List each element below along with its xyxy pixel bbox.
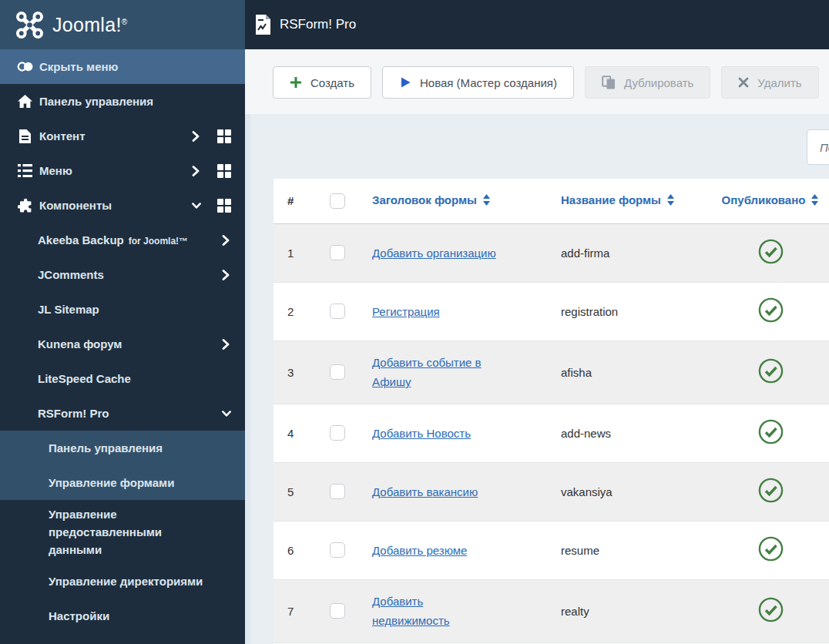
row-checkbox[interactable]: [330, 364, 345, 380]
new-wizard-button-label: Новая (Мастер создания): [420, 76, 557, 89]
select-all-checkbox[interactable]: [330, 193, 345, 209]
sidebar-item-rsform-manage-directories[interactable]: Управление директориями: [0, 564, 245, 599]
select-all-checkbox-cell: [324, 179, 358, 223]
forms-table: # Заголовок формы Название формы Опублик…: [274, 179, 829, 643]
search-input[interactable]: [807, 129, 829, 165]
column-header-title[interactable]: Заголовок формы: [358, 179, 547, 223]
form-title-link[interactable]: Добавить резюме: [372, 544, 467, 557]
table-row: 1 Добавить организацию add-firma: [274, 223, 829, 282]
logo-reg-mark: ®: [122, 17, 128, 25]
sidebar-item-label-suffix: for Joomla!™: [129, 236, 188, 247]
form-title-link[interactable]: Добавить вакансию: [372, 485, 478, 498]
duplicate-button[interactable]: Дублировать: [585, 66, 710, 99]
sidebar-item-rsform-backup[interactable]: Резервное копирование: [0, 633, 245, 644]
column-header-label: Опубликовано: [722, 193, 806, 206]
sort-icon: [811, 194, 819, 208]
published-icon[interactable]: [758, 419, 784, 444]
form-title-link[interactable]: Добавить организацию: [372, 247, 496, 260]
sidebar-item-rsform-manage-forms[interactable]: Управление формами: [0, 465, 245, 500]
published-icon[interactable]: [758, 239, 784, 264]
row-checkbox[interactable]: [330, 245, 345, 260]
copy-icon: [602, 75, 616, 89]
sidebar-item-hide-menu[interactable]: Скрыть меню: [0, 49, 245, 84]
chevron-right-icon: [222, 339, 231, 350]
sidebar-item-label: RSForm! Pro: [38, 407, 109, 420]
sidebar-item-label: Управление предоставленными данными: [49, 505, 214, 558]
grid-icon[interactable]: [217, 129, 231, 143]
grid-icon[interactable]: [217, 164, 231, 178]
sidebar-item-rsform-control-panel[interactable]: Панель управления: [0, 431, 245, 465]
row-checkbox[interactable]: [330, 425, 345, 441]
duplicate-button-label: Дублировать: [624, 76, 693, 89]
sidebar-item-jcomments[interactable]: JComments: [0, 257, 245, 292]
column-header-published[interactable]: Опубликовано: [697, 179, 829, 223]
form-name: add-news: [547, 404, 697, 462]
row-number: 6: [274, 521, 324, 579]
list-icon: [17, 164, 33, 177]
table-row: 7 Добавить недвижимость realty: [274, 579, 829, 642]
table-row: 6 Добавить резюме resume: [274, 521, 829, 579]
file-chart-icon: [255, 15, 271, 35]
toolbar: Создать Новая (Мастер создания) Дублиров…: [245, 49, 829, 114]
table-row: 4 Добавить Новость add-news: [274, 404, 829, 462]
create-button-label: Создать: [310, 76, 354, 89]
sidebar-item-rsform-settings[interactable]: Настройки: [0, 599, 245, 633]
delete-button[interactable]: Удалить: [721, 66, 818, 99]
file-icon: [17, 129, 33, 143]
sidebar-item-kunena-forum[interactable]: Kunena форум: [0, 327, 245, 361]
form-title-link[interactable]: Добавить Новость: [372, 427, 471, 440]
sidebar-item-akeeba-backup[interactable]: Akeeba Backupfor Joomla!™: [0, 223, 245, 257]
form-title-link[interactable]: Регистрация: [372, 305, 440, 318]
sort-icon: [482, 194, 491, 208]
chevron-right-icon: [192, 131, 201, 142]
form-name: realty: [547, 579, 697, 642]
sidebar-item-menu[interactable]: Меню: [0, 153, 245, 188]
published-icon[interactable]: [758, 358, 784, 384]
row-checkbox[interactable]: [330, 484, 345, 499]
sidebar-item-rsform-pro[interactable]: RSForm! Pro: [0, 396, 245, 431]
sidebar-item-litespeed-cache[interactable]: LiteSpeed Cache: [0, 361, 245, 396]
row-checkbox[interactable]: [330, 304, 345, 319]
content-area: # Заголовок формы Название формы Опублик…: [245, 114, 829, 644]
row-checkbox[interactable]: [330, 542, 345, 558]
form-name: registration: [547, 282, 697, 340]
sidebar-item-label: Скрыть меню: [39, 60, 118, 73]
sidebar-item-label: LiteSpeed Cache: [38, 372, 131, 385]
published-icon[interactable]: [758, 597, 784, 622]
published-icon[interactable]: [758, 536, 784, 562]
form-title-link[interactable]: Добавить недвижимость: [372, 595, 450, 627]
sidebar-item-label: Управление директориями: [49, 572, 203, 590]
sidebar-item-label: Kunena форум: [38, 337, 122, 351]
published-icon[interactable]: [758, 478, 784, 503]
form-name: vakansiya: [547, 462, 697, 521]
home-icon: [17, 95, 33, 108]
puzzle-icon: [17, 198, 33, 213]
toggle-icon: [17, 60, 33, 73]
grid-icon[interactable]: [217, 199, 231, 213]
table-header-row: # Заголовок формы Название формы Опублик…: [274, 179, 829, 223]
form-title-link[interactable]: Добавить событие в Афишу: [372, 356, 482, 388]
sidebar-item-content[interactable]: Контент: [0, 119, 245, 153]
sidebar: Joomla!® Скрыть меню Панель управления К…: [0, 0, 245, 644]
sidebar-item-jl-sitemap[interactable]: JL Sitemap: [0, 292, 245, 327]
column-header-label: Заголовок формы: [372, 193, 477, 206]
table-row: 5 Добавить вакансию vakansiya: [274, 462, 829, 521]
sidebar-item-control-panel[interactable]: Панель управления: [0, 84, 245, 119]
column-header-name[interactable]: Название формы: [547, 179, 697, 223]
chevron-down-icon: [192, 202, 201, 210]
form-name: resume: [547, 521, 697, 579]
create-button[interactable]: Создать: [273, 66, 371, 99]
row-number: 2: [274, 282, 324, 340]
joomla-logo-icon: [15, 11, 44, 39]
sidebar-item-label: Akeeba Backupfor Joomla!™: [38, 233, 188, 247]
sidebar-item-rsform-manage-submissions[interactable]: Управление предоставленными данными: [0, 500, 245, 564]
chevron-down-icon: [222, 410, 231, 418]
sidebar-item-components[interactable]: Компоненты: [0, 188, 245, 223]
published-icon[interactable]: [758, 297, 784, 323]
page-title: RSForm! Pro: [280, 17, 356, 32]
row-checkbox[interactable]: [330, 603, 345, 619]
new-wizard-button[interactable]: Новая (Мастер создания): [382, 66, 574, 99]
sidebar-item-label: Панель управления: [49, 439, 163, 457]
chevron-right-icon: [192, 166, 201, 176]
sidebar-item-label: Компоненты: [39, 199, 112, 212]
